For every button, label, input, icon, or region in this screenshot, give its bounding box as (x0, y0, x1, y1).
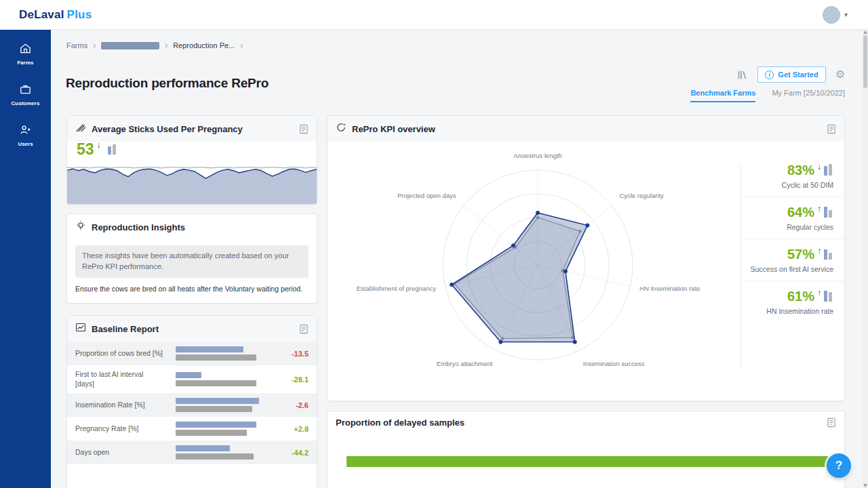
kpi-item-success-first-ai: 57% ↑ Success on first AI service (743, 239, 844, 281)
breadcrumb-farms[interactable]: Farms (66, 41, 87, 49)
trend-up-arrow-icon: ↑ (817, 204, 821, 214)
help-label: ? (835, 459, 842, 472)
card-header: Proportion of delayed samples (328, 411, 844, 434)
topbar: DeLavalPlus ▾ (0, 0, 868, 30)
card-title: Proportion of delayed samples (336, 418, 465, 428)
card-title: Reproduction Insights (92, 222, 185, 232)
customers-icon (19, 83, 32, 98)
svg-text:Projected open days: Projected open days (397, 192, 456, 199)
baseline-bar-farm (176, 346, 243, 352)
baseline-bar-benchmark (176, 354, 256, 361)
user-menu[interactable]: ▾ (823, 6, 848, 24)
gear-icon[interactable]: ⚙ (835, 69, 845, 80)
benchmark-library-icon[interactable] (736, 69, 748, 81)
kpi-value: 57% (787, 247, 814, 261)
baseline-row-label: Days open (75, 448, 163, 458)
radar-chart: Anoestrus lengthCycle regularityHN Insem… (328, 139, 741, 394)
trend-area-chart (67, 161, 317, 204)
brand-delaval: DeLaval (19, 8, 64, 21)
sidebar: Farms Customers Users (0, 30, 51, 488)
kpi-list: 83% ↓ Cyclic at 50 DIM 64% ↑ Regular cyc… (743, 155, 844, 323)
baseline-bar-benchmark (176, 430, 247, 436)
baseline-row: Days open -44.2 (67, 441, 317, 464)
breadcrumb-current-page[interactable]: Reproduction Pe... (173, 41, 235, 49)
kpi-item-hn-insemination-rate: 61% ↑ HN Insemination rate (743, 281, 844, 323)
trend-up-arrow-icon: ↑ (817, 246, 821, 256)
sticks-icon (75, 122, 86, 136)
card-delayed-samples: Proportion of delayed samples (327, 411, 845, 488)
insight-highlight-text: These insights have been automatically c… (75, 245, 309, 278)
baseline-bar-farm (176, 398, 259, 404)
baseline-rows: Proportion of cows bred [%] -13.5 First … (67, 342, 317, 464)
avatar[interactable] (823, 6, 840, 24)
app-logo[interactable]: DeLavalPlus (19, 8, 92, 22)
scroll-up-arrow-icon[interactable] (863, 30, 867, 34)
kpi-item-regular-cycles: 64% ↑ Regular cycles (743, 197, 844, 239)
baseline-row-label: Insemination Rate [%] (75, 401, 163, 410)
average-sticks-stat: 53 ↓ (77, 142, 118, 157)
sidebar-item-farms[interactable]: Farms (0, 38, 51, 69)
get-started-button[interactable]: i Get Started (757, 66, 825, 83)
card-reproduction-insights: Reproduction Insights These insights hav… (66, 214, 317, 304)
kpi-value: 64% (787, 205, 814, 219)
sidebar-item-customers[interactable]: Customers (0, 79, 51, 110)
scrollbar-thumb[interactable] (863, 35, 867, 88)
baseline-row: First to last AI interval [days] -28.1 (67, 365, 317, 393)
baseline-row-value: -13.5 (292, 350, 309, 358)
baseline-bar-farm (176, 422, 256, 428)
sidebar-item-label: Farms (17, 60, 33, 66)
lightbulb-icon (75, 220, 86, 234)
svg-text:Establishment of pregnancy: Establishment of pregnancy (357, 285, 436, 292)
baseline-row-bars (176, 422, 260, 436)
card-title: RePro KPI overview (352, 124, 435, 134)
scrollbar[interactable] (863, 30, 868, 488)
sidebar-item-users[interactable]: Users (0, 119, 51, 150)
card-header: Average Sticks Used Per Pregnancy (67, 116, 317, 142)
baseline-row-value: -44.2 (292, 449, 309, 457)
card-title: Baseline Report (92, 324, 159, 334)
mini-bar-chart-icon (824, 247, 833, 262)
delayed-samples-bar (347, 456, 833, 467)
page-title: Reproduction performance RePro (66, 76, 269, 91)
chevron-right-icon: › (240, 41, 243, 50)
report-doc-icon[interactable] (827, 418, 836, 428)
average-sticks-value: 53 (77, 142, 94, 157)
kpi-label: HN Insemination rate (743, 307, 833, 315)
view-tabs: Benchmark Farms My Farm [25/10/2022] (690, 89, 845, 102)
report-doc-icon[interactable] (299, 124, 309, 134)
scroll-down-arrow-icon[interactable] (863, 484, 867, 487)
kpi-overview-icon (336, 122, 347, 136)
tab-my-farm[interactable]: My Farm [25/10/2022] (772, 89, 845, 102)
card-title: Average Sticks Used Per Pregnancy (92, 124, 243, 134)
report-doc-icon[interactable] (827, 124, 836, 134)
svg-text:HN Insemination rate: HN Insemination rate (639, 285, 700, 292)
baseline-row-bars (176, 346, 260, 361)
brand-plus: Plus (67, 8, 92, 21)
baseline-row: Insemination Rate [%] -2.6 (67, 393, 317, 417)
card-baseline-report: Baseline Report Proportion of cows bred … (66, 315, 317, 488)
info-icon: i (765, 70, 774, 79)
trend-down-arrow-icon: ↓ (817, 162, 821, 171)
chevron-right-icon: › (165, 41, 167, 50)
line-chart-icon (75, 322, 86, 336)
breadcrumb-farm-name-redacted[interactable] (101, 42, 159, 49)
card-repro-kpi-overview: RePro KPI overview Anoestrus lengthCycle… (327, 115, 845, 401)
baseline-bar-farm (176, 372, 201, 378)
insight-message-text: Ensure the cows are bred on all heats af… (67, 283, 317, 294)
mini-bar-chart-icon (824, 289, 833, 304)
trend-down-arrow-icon: ↓ (97, 140, 101, 150)
baseline-row-bars (176, 372, 260, 386)
card-header: RePro KPI overview (328, 116, 844, 142)
card-average-sticks: Average Sticks Used Per Pregnancy 53 ↓ (66, 115, 317, 205)
help-button[interactable]: ? (827, 453, 851, 478)
chevron-down-icon[interactable]: ▾ (844, 11, 848, 18)
baseline-bar-benchmark (176, 406, 252, 412)
kpi-label: Success on first AI service (743, 265, 833, 273)
baseline-row-bars (176, 445, 260, 460)
get-started-label: Get Started (778, 70, 818, 79)
baseline-row-label: Pregnancy Rate [%] (75, 424, 163, 434)
svg-text:Anoestrus length: Anoestrus length (513, 152, 561, 159)
tab-benchmark-farms[interactable]: Benchmark Farms (690, 89, 755, 102)
chevron-right-icon: › (93, 41, 96, 50)
report-doc-icon[interactable] (299, 324, 309, 334)
